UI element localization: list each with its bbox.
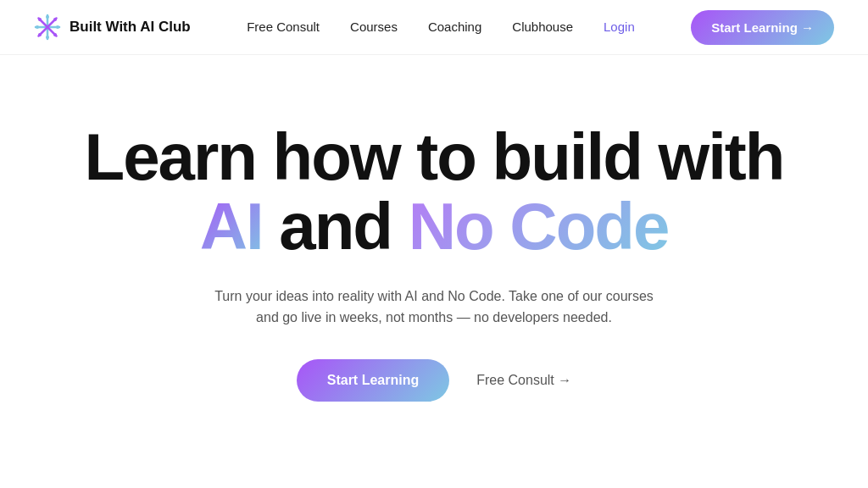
- hero-free-consult-label: Free Consult →: [476, 373, 571, 388]
- svg-point-10: [38, 33, 42, 36]
- hero-and-text: and: [263, 189, 409, 263]
- snowflake-icon: [34, 14, 61, 41]
- brand-name: Built With AI Club: [70, 19, 191, 36]
- brand-logo-link[interactable]: Built With AI Club: [34, 14, 191, 41]
- nav-item-coaching[interactable]: Coaching: [428, 19, 481, 35]
- hero-buttons: Start Learning Free Consult →: [297, 359, 572, 402]
- nav-link-courses[interactable]: Courses: [350, 19, 398, 34]
- hero-headline-line1: Learn how to build with: [85, 119, 784, 194]
- nav-item-clubhouse[interactable]: Clubhouse: [512, 19, 573, 35]
- hero-section: Learn how to build with AI and No Code T…: [0, 55, 868, 402]
- hero-subtext: Turn your ideas into reality with AI and…: [205, 286, 663, 329]
- hero-start-learning-button[interactable]: Start Learning: [297, 359, 449, 402]
- navbar: Built With AI Club Free Consult Courses …: [0, 0, 868, 55]
- nav-item-login[interactable]: Login: [604, 19, 635, 35]
- hero-headline: Learn how to build with AI and No Code: [85, 123, 784, 262]
- hero-free-consult-button[interactable]: Free Consult →: [476, 373, 571, 388]
- nav-start-learning-button[interactable]: Start Learning →: [691, 10, 834, 45]
- nav-link-clubhouse[interactable]: Clubhouse: [512, 19, 573, 34]
- nav-link-coaching[interactable]: Coaching: [428, 19, 481, 34]
- hero-ai-text: AI: [200, 189, 263, 263]
- svg-point-8: [38, 18, 42, 21]
- nav-link-free-consult[interactable]: Free Consult: [247, 19, 320, 34]
- svg-point-9: [53, 18, 57, 21]
- svg-point-6: [36, 25, 39, 29]
- svg-point-11: [53, 33, 57, 36]
- nav-item-free-consult[interactable]: Free Consult: [247, 19, 320, 35]
- hero-headline-line2: AI and No Code: [85, 192, 784, 262]
- svg-point-4: [46, 15, 49, 19]
- nav-links: Free Consult Courses Coaching Clubhouse …: [247, 19, 635, 35]
- nav-link-login[interactable]: Login: [604, 19, 635, 34]
- nav-item-courses[interactable]: Courses: [350, 19, 398, 35]
- svg-point-7: [56, 25, 59, 29]
- hero-nocode-text: No Code: [409, 189, 669, 263]
- svg-point-5: [46, 36, 49, 39]
